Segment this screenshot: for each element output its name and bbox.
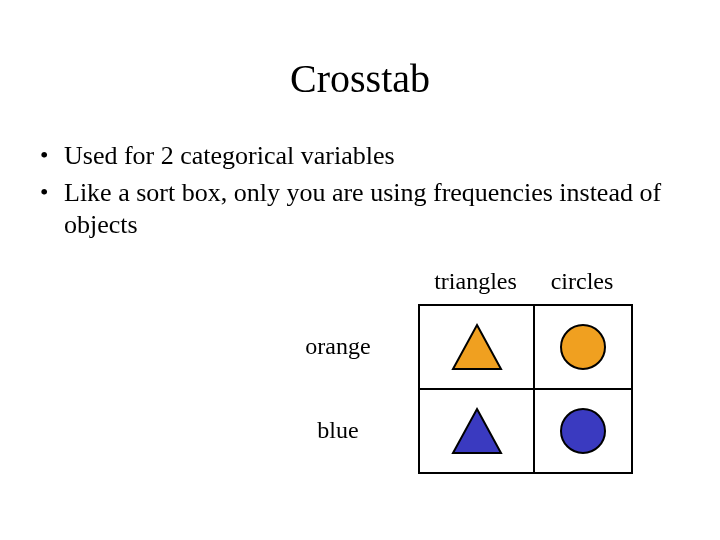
- slide-title: Crosstab: [0, 0, 720, 102]
- cell-blue-triangle: [419, 389, 534, 473]
- bullet-list: Used for 2 categorical variables Like a …: [38, 140, 678, 242]
- triangle-icon: [449, 405, 505, 457]
- row-headers: orange blue: [268, 304, 408, 472]
- triangle-icon: [449, 321, 505, 373]
- circle-icon: [558, 406, 608, 456]
- svg-point-1: [561, 325, 605, 369]
- svg-point-3: [561, 409, 605, 453]
- row-header-blue: blue: [268, 388, 408, 472]
- crosstab-grid: [418, 304, 633, 474]
- svg-marker-2: [453, 409, 501, 453]
- cell-blue-circle: [534, 389, 632, 473]
- row-header-orange: orange: [268, 304, 408, 388]
- svg-marker-0: [453, 325, 501, 369]
- cell-orange-circle: [534, 305, 632, 389]
- slide: Crosstab Used for 2 categorical variable…: [0, 0, 720, 540]
- circle-icon: [558, 322, 608, 372]
- col-header-triangles: triangles: [418, 268, 533, 295]
- cell-orange-triangle: [419, 305, 534, 389]
- bullet-item: Used for 2 categorical variables: [38, 140, 678, 173]
- bullet-item: Like a sort box, only you are using freq…: [38, 177, 678, 242]
- column-headers: triangles circles: [418, 268, 631, 295]
- col-header-circles: circles: [533, 268, 631, 295]
